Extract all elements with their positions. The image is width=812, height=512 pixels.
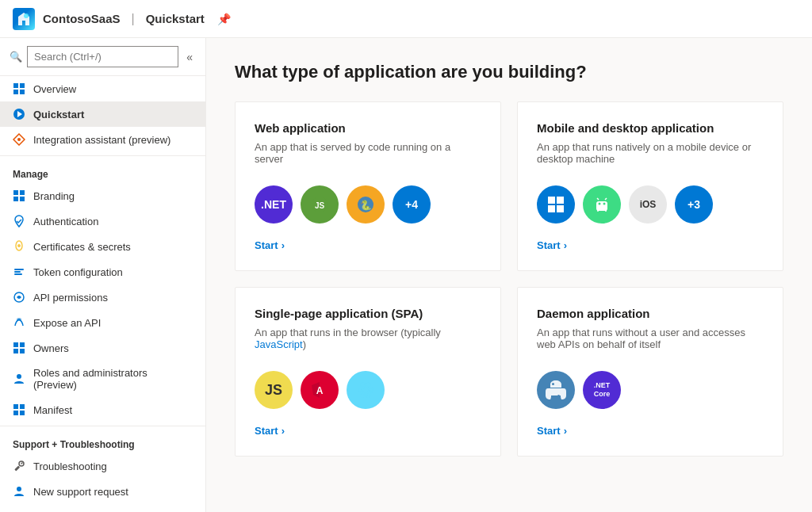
svg-rect-11	[20, 197, 25, 201]
svg-rect-27	[20, 411, 25, 415]
card-web-app[interactable]: Web application An app that is served by…	[235, 101, 501, 271]
windows-logo	[537, 185, 575, 224]
certificates-icon	[13, 240, 25, 253]
resource-name: ContosoSaaS	[43, 12, 121, 25]
support-section-label: Support + Troubleshooting	[0, 430, 205, 453]
branding-icon	[13, 189, 25, 202]
top-bar: ContosoSaaS | Quickstart 📌	[0, 0, 812, 38]
svg-point-40	[599, 203, 601, 205]
svg-rect-15	[14, 271, 21, 273]
sidebar-item-label: Roles and administrators (Preview)	[33, 367, 193, 391]
svg-point-18	[17, 318, 21, 321]
card-daemon-start[interactable]: Start ›	[537, 425, 764, 437]
sidebar-item-label: Expose an API	[33, 317, 101, 329]
manifest-icon	[13, 403, 25, 416]
svg-rect-36	[557, 197, 564, 204]
sidebar-item-label: Quickstart	[33, 109, 84, 120]
svg-rect-26	[13, 411, 18, 415]
sidebar-item-api-permissions[interactable]: API permissions	[0, 285, 205, 310]
sidebar-item-roles[interactable]: Roles and administrators (Preview)	[0, 361, 205, 397]
troubleshooting-icon	[13, 460, 25, 472]
sidebar-item-label: New support request	[33, 486, 128, 498]
overview-icon	[13, 82, 25, 95]
sidebar-item-token[interactable]: Token configuration	[0, 259, 205, 285]
card-daemon-desc: An app that runs without a user and acce…	[537, 327, 764, 355]
quickstart-icon	[13, 108, 25, 120]
sidebar-item-overview[interactable]: Overview	[0, 76, 205, 101]
nodejs-logo: JS	[301, 185, 339, 224]
main-content: What type of application are you buildin…	[206, 38, 812, 512]
pin-icon[interactable]: 📌	[217, 13, 231, 25]
card-daemon-title: Daemon application	[537, 307, 764, 320]
sidebar-item-new-support[interactable]: New support request	[0, 479, 205, 504]
sidebar-item-owners[interactable]: Owners	[0, 335, 205, 361]
ios-logo: iOS	[629, 185, 667, 224]
sidebar: 🔍 « Overview Quickstart Integration assi…	[0, 38, 206, 512]
card-spa[interactable]: Single-page application (SPA) An app tha…	[235, 287, 501, 457]
start-chevron-icon: ›	[564, 425, 567, 437]
svg-rect-10	[13, 197, 18, 201]
card-mobile-desktop[interactable]: Mobile and desktop application An app th…	[517, 101, 783, 271]
sidebar-item-label: Integration assistant (preview)	[33, 134, 170, 146]
svg-point-50	[557, 395, 560, 397]
plus4-badge: +4	[393, 185, 431, 224]
svg-rect-14	[14, 269, 24, 270]
owners-icon	[13, 342, 25, 354]
card-mobile-logos: iOS +3	[537, 185, 764, 224]
support-divider	[0, 426, 205, 426]
sidebar-item-branding[interactable]: Branding	[0, 183, 205, 208]
svg-rect-2	[20, 83, 25, 88]
js-logo: JS	[255, 371, 293, 409]
app-type-grid: Web application An app that is served by…	[235, 101, 783, 457]
sidebar-item-manifest[interactable]: Manifest	[0, 397, 205, 422]
svg-rect-37	[548, 205, 555, 212]
sidebar-item-label: Token configuration	[33, 266, 123, 278]
svg-point-7	[17, 138, 21, 141]
sidebar-item-label: Branding	[33, 190, 75, 202]
card-daemon[interactable]: Daemon application An app that runs with…	[517, 287, 783, 457]
sidebar-item-authentication[interactable]: Authentication	[0, 208, 205, 234]
svg-rect-38	[557, 205, 564, 212]
card-spa-desc: An app that runs in the browser (typical…	[255, 327, 481, 355]
search-input[interactable]	[27, 46, 178, 67]
sidebar-item-quickstart[interactable]: Quickstart	[0, 101, 205, 127]
card-spa-logos: JS A	[255, 371, 481, 409]
svg-rect-25	[20, 404, 25, 409]
svg-point-13	[17, 244, 21, 247]
svg-rect-16	[14, 273, 22, 275]
svg-text:A: A	[316, 385, 324, 396]
sidebar-item-expose-api[interactable]: Expose an API	[0, 310, 205, 335]
sidebar-item-label: Authentication	[33, 216, 98, 227]
svg-rect-9	[20, 190, 25, 195]
card-spa-title: Single-page application (SPA)	[255, 307, 481, 320]
card-spa-start[interactable]: Start ›	[255, 425, 481, 437]
card-daemon-logos: .NETCore	[537, 371, 764, 409]
svg-rect-21	[13, 349, 18, 353]
android-logo	[583, 185, 621, 224]
card-mobile-title: Mobile and desktop application	[537, 121, 764, 135]
sidebar-item-label: Manifest	[33, 404, 72, 416]
expose-api-icon	[13, 316, 25, 329]
sidebar-item-label: Owners	[33, 342, 69, 354]
roles-icon	[13, 373, 25, 385]
net-logo: .NET	[255, 185, 293, 224]
card-web-app-start[interactable]: Start ›	[255, 239, 481, 251]
card-web-app-title: Web application	[255, 121, 481, 135]
search-icon: 🔍	[10, 51, 22, 63]
api-permissions-icon	[13, 291, 25, 304]
sidebar-item-troubleshooting[interactable]: Troubleshooting	[0, 453, 205, 479]
sidebar-search-row: 🔍 «	[0, 38, 205, 76]
angular-logo: A	[301, 371, 339, 409]
svg-rect-19	[13, 342, 18, 347]
svg-text:🐍: 🐍	[360, 199, 372, 211]
app-logo	[13, 8, 35, 30]
sidebar-item-integration[interactable]: Integration assistant (preview)	[0, 127, 205, 152]
sidebar-item-certificates[interactable]: Certificates & secrets	[0, 234, 205, 259]
svg-rect-20	[20, 342, 25, 347]
collapse-button[interactable]: «	[183, 49, 196, 65]
manage-divider	[0, 155, 205, 156]
plus3-badge: +3	[675, 185, 713, 224]
card-mobile-start[interactable]: Start ›	[537, 239, 764, 251]
python-logo: 🐍	[347, 185, 385, 224]
svg-rect-39	[596, 201, 607, 211]
